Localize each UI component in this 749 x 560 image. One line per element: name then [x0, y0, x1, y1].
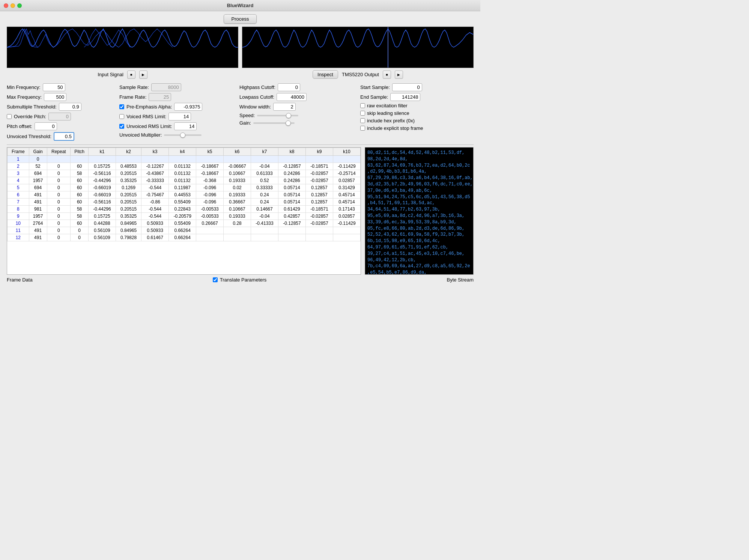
end-sample-row: End Sample:	[360, 93, 474, 101]
unvoiced-rms-input[interactable]	[174, 122, 197, 130]
max-frequency-label: Max Frequency:	[7, 94, 42, 100]
lowpass-cutoff-label: Lowpass Cutoff:	[239, 94, 274, 100]
voiced-rms-input[interactable]	[168, 113, 191, 120]
input-stop-button[interactable]: ■	[127, 71, 135, 79]
table-col-k4: k4	[169, 148, 196, 156]
raw-excitation-checkbox[interactable]	[360, 103, 365, 108]
bottom-center: Translate Parameters	[213, 277, 267, 283]
start-sample-input[interactable]	[392, 83, 422, 91]
sample-rate-label: Sample Rate:	[119, 84, 149, 90]
frame-rate-row: Frame Rate:	[119, 93, 232, 101]
output-waveform	[242, 27, 474, 68]
toolbar: Process	[0, 11, 480, 27]
table-row: 3694058-0.561160.20515-0.438670.01132-0.…	[8, 170, 361, 177]
table-row: 12491000.561090.798280.614670.66264	[8, 234, 361, 241]
include-hex-checkbox[interactable]	[360, 118, 365, 123]
byte-stream-wrap[interactable]: 80,d2,11,dc,54,4d,52,48,b2,11,53,df, 98,…	[365, 147, 474, 275]
byte-stream-label: Byte Stream	[447, 277, 474, 283]
table-row: 7491060-0.561160.20515-0.860.55409-0.096…	[8, 199, 361, 206]
input-signal-label-area: Input Signal ■ ▶	[7, 70, 238, 79]
unvoiced-threshold-input[interactable]	[54, 132, 74, 141]
table-col-k3: k3	[141, 148, 169, 156]
include-stop-label: include explicit stop frame	[367, 125, 423, 131]
table-col-k9: k9	[305, 148, 333, 156]
output-play-button[interactable]: ▶	[395, 71, 403, 79]
separator	[7, 145, 474, 145]
unvoiced-multiplier-label: Unvoiced Multiplier:	[119, 132, 162, 138]
table-col-k5: k5	[196, 148, 224, 156]
voiced-rms-checkbox[interactable]	[119, 114, 124, 119]
output-stop-button[interactable]: ■	[383, 71, 391, 79]
skip-leading-row: skip leading silence	[360, 110, 474, 116]
highpass-cutoff-input[interactable]	[278, 83, 300, 91]
pre-emphasis-checkbox[interactable]	[119, 104, 124, 109]
table-row: 1027640600.442880.849650.509330.554090.2…	[8, 220, 361, 227]
skip-leading-checkbox[interactable]	[360, 111, 365, 116]
speed-slider[interactable]	[257, 115, 298, 116]
min-frequency-label: Min Frequency:	[7, 84, 41, 90]
input-signal-label: Input Signal	[98, 72, 123, 77]
process-button[interactable]: Process	[224, 14, 257, 24]
unvoiced-threshold-row: Unvoiced Threshold:	[7, 132, 112, 141]
controls-right-col1: Highpass Cutoff: Lowpass Cutoff: Window …	[239, 83, 353, 141]
raw-excitation-label: raw excitation filter	[367, 103, 408, 108]
frame-data-table-wrap[interactable]: FrameGainRepeatPitchk1k2k3k4k5k6k7k8k9k1…	[7, 147, 361, 275]
submultiple-threshold-input[interactable]	[59, 103, 81, 111]
frame-data-table: FrameGainRepeatPitchk1k2k3k4k5k6k7k8k9k1…	[7, 148, 361, 241]
sample-rate-row: Sample Rate:	[119, 83, 232, 91]
lowpass-cutoff-input[interactable]	[277, 93, 307, 101]
unvoiced-rms-label: Unvoiced RMS Limit:	[126, 123, 172, 129]
translate-params-label: Translate Parameters	[220, 277, 267, 283]
lowpass-cutoff-row: Lowpass Cutoff:	[239, 93, 353, 101]
table-col-k10: k10	[333, 148, 360, 156]
pitch-offset-input[interactable]	[35, 122, 57, 130]
frame-rate-input	[149, 93, 171, 101]
inspect-button[interactable]: Inspect	[313, 70, 338, 79]
unvoiced-multiplier-slider[interactable]	[164, 134, 202, 136]
submultiple-threshold-row: Submultiple Threshold:	[7, 103, 112, 111]
override-pitch-checkbox[interactable]	[7, 114, 12, 119]
gain-row: Gain:	[239, 120, 353, 126]
table-body: 102520600.157250.48553-0.122670.01132-0.…	[8, 156, 361, 241]
unvoiced-rms-checkbox[interactable]	[119, 124, 124, 129]
end-sample-input[interactable]	[390, 93, 420, 101]
override-pitch-input	[48, 113, 71, 120]
translate-params-checkbox[interactable]	[213, 277, 218, 282]
waveform-section	[0, 27, 480, 68]
table-row: 8981058-0.442960.20515-0.5440.22843-0.00…	[8, 206, 361, 213]
window-width-input[interactable]	[273, 103, 296, 111]
frame-rate-label: Frame Rate:	[119, 94, 146, 100]
override-pitch-label: Override Pitch:	[14, 114, 46, 119]
sample-rate-input	[151, 83, 181, 91]
input-play-button[interactable]: ▶	[139, 71, 147, 79]
end-sample-label: End Sample:	[360, 94, 388, 100]
controls-left: Min Frequency: Max Frequency: Submultipl…	[7, 83, 112, 141]
close-button[interactable]	[4, 3, 8, 8]
min-frequency-input[interactable]	[43, 83, 65, 91]
submultiple-threshold-label: Submultiple Threshold:	[7, 104, 57, 110]
table-row: 10	[8, 156, 361, 163]
start-sample-label: Start Sample:	[360, 84, 390, 90]
bottom-bar: Frame Data Translate Parameters Byte Str…	[0, 275, 480, 285]
input-waveform	[7, 27, 238, 68]
table-row: 11491000.561090.849650.509330.66264	[8, 227, 361, 234]
svg-rect-0	[7, 27, 238, 68]
window-title: BlueWizard	[227, 3, 254, 8]
minimize-button[interactable]	[11, 3, 15, 8]
unvoiced-rms-row: Unvoiced RMS Limit:	[119, 122, 232, 130]
table-col-k6: k6	[224, 148, 251, 156]
maximize-button[interactable]	[17, 3, 22, 8]
frame-data-label: Frame Data	[7, 277, 33, 283]
pre-emphasis-input[interactable]	[174, 103, 202, 111]
title-bar: BlueWizard	[0, 0, 480, 11]
controls-right-col2: Start Sample: End Sample: raw excitation…	[360, 83, 474, 141]
voiced-rms-label: Voiced RMS Limit:	[126, 114, 166, 119]
include-stop-checkbox[interactable]	[360, 126, 365, 131]
start-sample-row: Start Sample:	[360, 83, 474, 91]
voiced-rms-row: Voiced RMS Limit:	[119, 113, 232, 120]
pre-emphasis-row: Pre-Emphasis Alpha:	[119, 103, 232, 111]
gain-slider[interactable]	[253, 122, 295, 124]
table-col-gain: Gain	[29, 148, 47, 156]
table-col-k2: k2	[116, 148, 141, 156]
max-frequency-input[interactable]	[44, 93, 66, 101]
